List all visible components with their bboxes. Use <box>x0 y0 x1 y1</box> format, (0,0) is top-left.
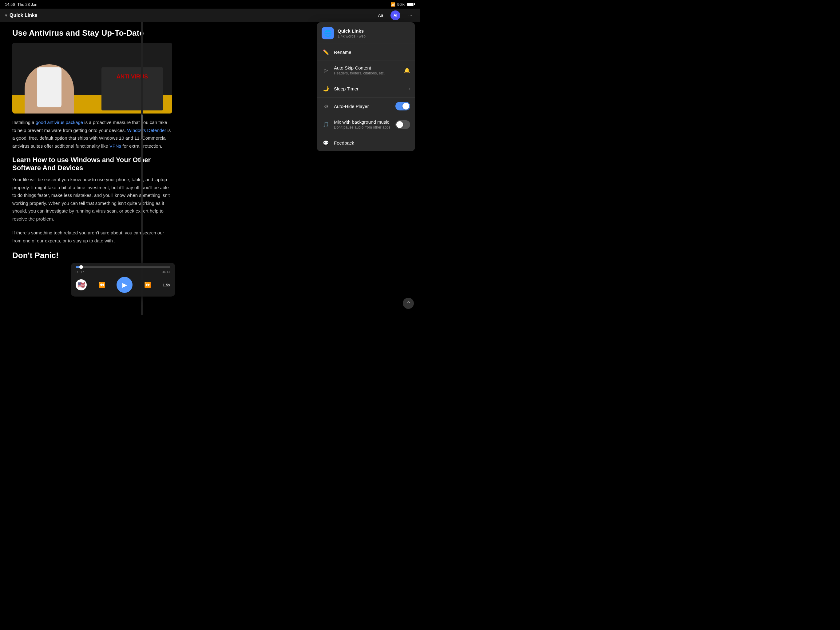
dropdown-item-auto-skip[interactable]: ▷ Auto Skip Content Headers, footers, ci… <box>317 61 415 80</box>
battery-percent: 96% <box>397 2 405 7</box>
scrollbar-thumb[interactable] <box>141 114 143 139</box>
link-vpns[interactable]: VPNs <box>109 143 121 149</box>
nav-bar: ▾ Quick Links Aa AI ··· <box>0 9 420 22</box>
mix-music-right[interactable] <box>395 120 410 129</box>
feedback-label: Feedback <box>334 140 410 146</box>
link-windows-defender[interactable]: Windows Defender <box>127 128 166 133</box>
player-controls: 🇺🇸 ⏪ ▶ ⏩ 1.5x <box>76 277 171 293</box>
dropdown-item-auto-hide[interactable]: ⊘ Auto-Hide Player <box>317 98 415 115</box>
player-current-time: 00:17 <box>76 270 84 274</box>
article-body-2: Your life will be easier if you know how… <box>12 176 172 223</box>
auto-skip-sublabel: Headers, footers, citations, etc. <box>334 71 400 75</box>
more-options-button[interactable]: ··· <box>405 11 415 20</box>
bell-icon: 🔔 <box>404 67 410 73</box>
chevron-right-icon: › <box>409 86 410 91</box>
status-date: Thu 23 Jan <box>17 2 38 7</box>
feedback-label-area: Feedback <box>334 140 410 146</box>
mix-music-label: Mix with background music <box>334 119 392 125</box>
auto-hide-label-area: Auto-Hide Player <box>334 104 392 109</box>
auto-skip-icon: ▷ <box>322 66 330 75</box>
article-image <box>12 43 172 114</box>
auto-skip-right: 🔔 <box>404 67 410 73</box>
wifi-icon: 📶 <box>390 2 395 7</box>
player-total-time: 04:47 <box>162 270 171 274</box>
audio-player: 00:17 04:47 🇺🇸 ⏪ ▶ ⏩ 1.5x <box>71 263 175 296</box>
mix-music-label-area: Mix with background music Don't pause au… <box>334 119 392 130</box>
feedback-icon: 💬 <box>322 138 330 147</box>
dropdown-app-meta: 1.4k words • web <box>338 34 410 38</box>
nav-actions: Aa AI ··· <box>376 11 415 20</box>
auto-hide-right[interactable] <box>395 102 410 111</box>
article-heading-3: Don't Panic! <box>12 251 264 260</box>
sleep-timer-label: Sleep Timer <box>334 86 405 91</box>
auto-hide-toggle[interactable] <box>395 102 410 111</box>
playback-speed[interactable]: 1.5x <box>163 283 171 287</box>
rename-label-area: Rename <box>334 49 410 55</box>
link-antivirus[interactable]: good antivirus package <box>36 120 83 125</box>
dropdown-item-mix-music[interactable]: 🎵 Mix with background music Don't pause … <box>317 115 415 134</box>
article-heading-1: Use Antivirus and Stay Up-To-Date <box>12 28 264 38</box>
status-time: 14:56 <box>5 2 15 7</box>
player-flag: 🇺🇸 <box>76 279 87 290</box>
mix-music-toggle[interactable] <box>395 120 410 129</box>
player-time-row: 00:17 04:47 <box>76 270 171 274</box>
dropdown-menu: 🌐 Quick Links 1.4k words • web ✏️ Rename… <box>317 22 415 151</box>
auto-hide-icon: ⊘ <box>322 102 330 111</box>
font-size-button[interactable]: Aa <box>376 11 385 20</box>
status-bar: 14:56 Thu 23 Jan 📶 96% <box>0 0 420 9</box>
sleep-timer-icon: 🌙 <box>322 84 330 93</box>
dropdown-item-rename[interactable]: ✏️ Rename <box>317 43 415 61</box>
play-button[interactable]: ▶ <box>117 277 133 293</box>
app-icon-globe: 🌐 <box>322 27 334 40</box>
auto-skip-label: Auto Skip Content <box>334 65 400 70</box>
dropdown-item-sleep-timer[interactable]: 🌙 Sleep Timer › <box>317 80 415 98</box>
progress-knob[interactable] <box>79 265 83 269</box>
dropdown-app-name: Quick Links <box>338 28 410 33</box>
dropdown-header-info: Quick Links 1.4k words • web <box>338 28 410 38</box>
dropdown-item-feedback[interactable]: 💬 Feedback <box>317 134 415 151</box>
mix-music-sublabel: Don't pause audio from other apps <box>334 125 392 130</box>
nav-chevron-icon: ▾ <box>5 13 7 18</box>
sleep-timer-right: › <box>409 86 410 91</box>
rename-icon: ✏️ <box>322 47 330 56</box>
progress-bar[interactable] <box>76 266 171 268</box>
auto-hide-label: Auto-Hide Player <box>334 104 392 109</box>
article-heading-2: Learn How to use Windows and Your Other … <box>12 156 172 172</box>
sleep-timer-label-area: Sleep Timer <box>334 86 405 91</box>
article-body-3: If there's something tech related you ar… <box>12 229 172 245</box>
ai-button[interactable]: AI <box>390 11 400 20</box>
battery-icon <box>407 3 415 6</box>
rewind-button[interactable]: ⏪ <box>96 279 107 290</box>
forward-button[interactable]: ⏩ <box>142 279 153 290</box>
nav-page-title: Quick Links <box>9 13 38 18</box>
mix-music-icon: 🎵 <box>322 120 330 129</box>
rename-label: Rename <box>334 49 410 55</box>
scroll-up-button[interactable]: ⌃ <box>403 298 414 309</box>
article-body-1: Installing a good antivirus package is a… <box>12 119 172 150</box>
dropdown-header: 🌐 Quick Links 1.4k words • web <box>317 22 415 43</box>
nav-title-area[interactable]: ▾ Quick Links <box>5 13 376 18</box>
auto-skip-label-area: Auto Skip Content Headers, footers, cita… <box>334 65 400 75</box>
